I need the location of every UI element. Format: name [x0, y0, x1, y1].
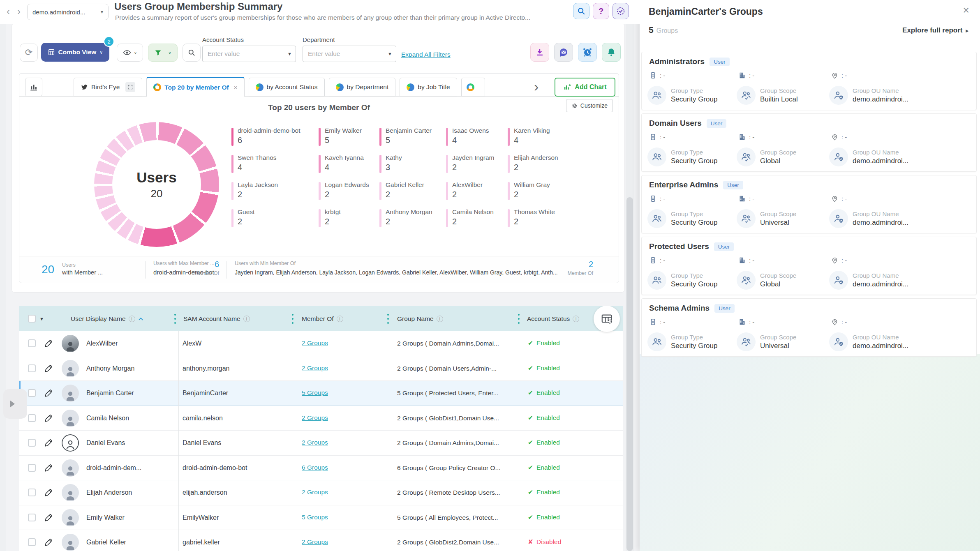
sidebar-expand-handle[interactable]: [3, 389, 27, 419]
scrollbar-thumb[interactable]: [626, 197, 633, 551]
group-card[interactable]: Administrators User : - : - : - Group Ty…: [641, 52, 977, 110]
cell-member-of-link[interactable]: 2 Groups: [302, 364, 328, 372]
cell-member-of-link[interactable]: 2 Groups: [302, 439, 328, 446]
legend-item[interactable]: droid-admin-demo-bot 6: [231, 127, 319, 154]
legend-item[interactable]: Karen Viking 4: [508, 127, 573, 154]
table-row[interactable]: Anthony Morgan anthony.morgan 2 Groups 2…: [19, 356, 623, 381]
edit-pencil-icon[interactable]: [44, 364, 53, 373]
tab-top20-member-of[interactable]: Top 20 by Member Of ×: [146, 77, 244, 97]
audit-status-button[interactable]: [612, 3, 629, 19]
cell-member-of-link[interactable]: 2 Groups: [302, 339, 328, 347]
legend-item[interactable]: Kaveh Iyanna 4: [319, 154, 379, 181]
explore-full-report-link[interactable]: Explore full report ▸: [902, 26, 968, 35]
donut-chart[interactable]: Users 20: [94, 122, 219, 247]
tab-by-department[interactable]: by Department: [329, 78, 396, 97]
edit-pencil-icon[interactable]: [44, 513, 53, 522]
alerts-button[interactable]: [602, 43, 621, 62]
sort-asc-icon[interactable]: [138, 317, 143, 321]
table-row[interactable]: AlexWilber AlexW 2 Groups 2 Groups ( Dom…: [19, 331, 623, 356]
tab-by-account-status[interactable]: by Account Status: [249, 78, 325, 97]
row-checkbox[interactable]: [28, 364, 36, 372]
legend-item[interactable]: Swen Thanos 4: [231, 154, 319, 181]
legend-item[interactable]: Thomas White 2: [508, 208, 573, 235]
select-all-checkbox[interactable]: [28, 315, 36, 323]
close-tab-icon[interactable]: ×: [234, 84, 238, 91]
refresh-button[interactable]: ⟳: [20, 44, 38, 62]
legend-item[interactable]: Jayden Ingram 2: [446, 154, 508, 181]
global-search-button[interactable]: [573, 3, 589, 19]
add-chart-button[interactable]: Add Chart: [555, 78, 615, 97]
legend-item[interactable]: AlexWilber 2: [446, 181, 508, 208]
account-status-input[interactable]: [202, 46, 296, 62]
legend-item[interactable]: Gabriel Keller 2: [379, 181, 446, 208]
info-icon[interactable]: i: [243, 316, 250, 322]
tab-by-job-title[interactable]: by Job Title: [400, 78, 457, 97]
column-resize-handle[interactable]: [518, 314, 520, 324]
column-user-display-name[interactable]: User Display Name i: [71, 306, 143, 331]
legend-item[interactable]: Camila Nelson 2: [446, 208, 508, 235]
legend-item[interactable]: William Gray 2: [508, 181, 573, 208]
legend-item[interactable]: Logan Edwards 2: [319, 181, 379, 208]
info-icon[interactable]: i: [437, 316, 443, 322]
legend-item[interactable]: Guest 2: [231, 208, 319, 235]
column-account-status[interactable]: Account Status i: [527, 306, 579, 331]
row-checkbox[interactable]: [28, 414, 36, 422]
legend-item[interactable]: Layla Jackson 2: [231, 181, 319, 208]
group-card[interactable]: Protected Users User : - : - : - Group T…: [641, 237, 977, 295]
info-icon[interactable]: i: [337, 316, 343, 322]
table-row[interactable]: Elijah Anderson elijah.anderson 2 Groups…: [19, 480, 623, 505]
chart-type-button[interactable]: [25, 78, 42, 97]
cell-member-of-link[interactable]: 2 Groups: [302, 538, 328, 546]
legend-item[interactable]: Elijah Anderson 2: [508, 154, 573, 181]
table-row[interactable]: Daniel Evans Daniel Evans 2 Groups 2 Gro…: [19, 431, 623, 456]
cell-member-of-link[interactable]: 5 Groups: [302, 389, 328, 397]
legend-item[interactable]: Kathy 3: [379, 154, 446, 181]
edit-pencil-icon[interactable]: [44, 339, 53, 348]
department-input[interactable]: [303, 46, 396, 62]
column-sam-account-name[interactable]: SAM Account Name i: [183, 306, 250, 331]
edit-pencil-icon[interactable]: [44, 463, 53, 472]
export-button[interactable]: [530, 43, 549, 62]
fullscreen-icon[interactable]: [125, 82, 135, 92]
edit-pencil-icon[interactable]: [44, 389, 53, 397]
back-button[interactable]: ‹: [7, 7, 10, 16]
close-icon[interactable]: ×: [963, 5, 969, 16]
cell-member-of-link[interactable]: 2 Groups: [302, 414, 328, 422]
table-search-button[interactable]: [183, 44, 201, 62]
cell-member-of-link[interactable]: 5 Groups: [302, 514, 328, 521]
edit-pencil-icon[interactable]: [44, 538, 53, 546]
expand-all-filters-link[interactable]: Expand All Filters: [401, 51, 451, 58]
legend-item[interactable]: krbtgt 2: [319, 208, 379, 235]
table-row[interactable]: Camila Nelson camila.nelson 2 Groups 2 G…: [19, 406, 623, 431]
row-checkbox[interactable]: [28, 464, 36, 472]
tab-overflow[interactable]: [461, 78, 485, 97]
edit-pencil-icon[interactable]: [44, 488, 53, 497]
tabs-scroll-right-icon[interactable]: ›: [534, 79, 539, 93]
row-checkbox[interactable]: [28, 514, 36, 521]
column-group-name[interactable]: Group Name i: [397, 306, 443, 331]
main-scrollbar[interactable]: [626, 23, 634, 551]
legend-item[interactable]: Benjamin Carter 5: [379, 127, 446, 154]
row-checkbox[interactable]: [28, 339, 36, 347]
edit-pencil-icon[interactable]: [44, 438, 53, 447]
table-row[interactable]: Emily Walker EmilyWalker 5 Groups 5 Grou…: [19, 505, 623, 530]
customize-button[interactable]: Customize: [566, 99, 613, 112]
column-settings-button[interactable]: [594, 306, 620, 332]
cell-member-of-link[interactable]: 2 Groups: [302, 489, 328, 496]
tab-birds-eye[interactable]: Bird's Eye: [74, 78, 142, 97]
row-checkbox[interactable]: [28, 489, 36, 496]
info-icon[interactable]: i: [129, 316, 135, 322]
column-resize-handle[interactable]: [292, 314, 294, 324]
group-card[interactable]: Schema Admins User : - : - : - Group Typ…: [641, 298, 977, 357]
table-row[interactable]: Benjamin Carter BenjaminCarter 5 Groups …: [19, 381, 623, 406]
cell-member-of-link[interactable]: 6 Groups: [302, 464, 328, 471]
forward-button[interactable]: ›: [17, 7, 21, 16]
info-icon[interactable]: i: [573, 316, 579, 322]
select-menu-caret-icon[interactable]: ▼: [39, 316, 44, 321]
help-button[interactable]: ?: [593, 3, 609, 19]
legend-item[interactable]: Isaac Owens 4: [446, 127, 508, 154]
row-checkbox[interactable]: [28, 389, 36, 397]
table-row[interactable]: Gabriel Keller gabriel.keller 2 Groups 2…: [19, 530, 623, 551]
edit-pencil-icon[interactable]: [44, 414, 53, 422]
combo-view-button[interactable]: Combo View ∨: [41, 43, 109, 62]
